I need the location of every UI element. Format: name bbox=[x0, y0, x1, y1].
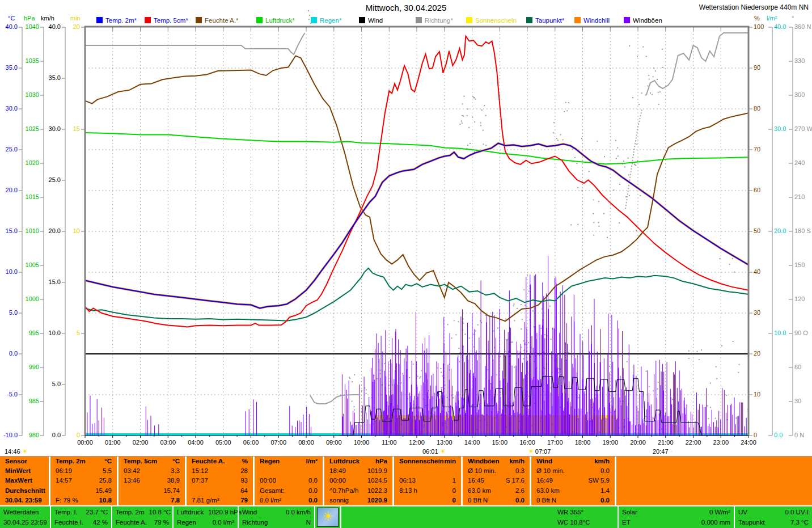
y-tick-label-deg: 240 bbox=[794, 159, 805, 166]
stats-table: SensorMinWertMaxWertDurchschnitt30.04. 2… bbox=[0, 456, 812, 505]
y-tick-label-deg: 120 bbox=[794, 295, 805, 302]
x-tick-label: 10:00 bbox=[354, 439, 370, 446]
x-tick-label: 08:00 bbox=[298, 439, 314, 446]
y-tick-label-pct: 0 bbox=[754, 432, 757, 438]
y-tick-label-pct: 10 bbox=[754, 391, 760, 398]
y-tick-label-lm2: 0.0 bbox=[774, 432, 783, 438]
y-tick-label-kmh: 5.0 bbox=[52, 381, 61, 387]
y-tick-label-pct: 100 bbox=[754, 23, 764, 30]
y-tick-label-deg: 210 bbox=[794, 193, 805, 200]
x-tick-label: 07:00 bbox=[270, 439, 286, 446]
table-column-wind: Windkm/hØ 10 min.0.016:49SW 5.963.0 km1.… bbox=[530, 457, 615, 505]
table-cell: 15:1228 bbox=[187, 466, 253, 476]
y-tick-label-min: 10 bbox=[73, 227, 80, 234]
x-tick-label: 03:00 bbox=[160, 439, 176, 446]
direction-dot bbox=[310, 23, 311, 24]
series-luftdruck bbox=[85, 133, 748, 164]
sunset-icon: ▫ bbox=[670, 447, 673, 455]
footer-cell-wr-355: WR 355°WC 10.8°C bbox=[554, 506, 618, 528]
y-tick-label-pct: 70 bbox=[754, 146, 760, 153]
table-header: Sonnenscheinmin bbox=[394, 457, 461, 466]
x-tick-label: 16:00 bbox=[519, 439, 535, 446]
y-tick-label-kmh: 25.0 bbox=[49, 176, 61, 183]
annotation-dawn: ☀07:07 bbox=[528, 447, 551, 455]
table-header: Feuchte A.% bbox=[187, 457, 253, 466]
x-tick-label: 17:00 bbox=[547, 439, 563, 446]
y-tick-label-kmh: 10.0 bbox=[49, 330, 61, 336]
table-row-label: Sensor bbox=[0, 457, 49, 466]
axis-kmh: 40.035.030.025.020.015.010.05.00.0 bbox=[49, 23, 65, 438]
y-tick-label-lm2: 20.0 bbox=[774, 227, 786, 234]
y-tick-label-c: 20.0 bbox=[6, 187, 18, 193]
x-tick-label: 12:00 bbox=[409, 439, 425, 446]
table-cell: 7.81 g/m³79 bbox=[187, 496, 253, 505]
y-tick-label-deg: 60 bbox=[794, 364, 801, 370]
direction-dot bbox=[308, 10, 309, 11]
y-tick-label-min: 5 bbox=[77, 330, 80, 336]
y-tick-label-c: 40.0 bbox=[6, 23, 18, 30]
y-tick-label-hpa: 1025 bbox=[26, 125, 39, 132]
x-tick-label: 11:00 bbox=[382, 439, 397, 446]
series-richtung bbox=[85, 33, 305, 54]
footer-cell-luftdruck: Luftdruck1020.9 hPaRegen0.0 l/m² bbox=[172, 506, 238, 528]
footer-cell-temp-2m: Temp. 2m10.8 °CFeuchte A.79 % bbox=[111, 506, 172, 528]
table-cell bbox=[394, 466, 461, 476]
x-tick-label: 24:00 bbox=[741, 439, 756, 446]
axis-c: 40.035.030.025.020.015.010.05.00.0-5.0-1… bbox=[3, 23, 22, 438]
y-tick-label-c: -5.0 bbox=[7, 391, 18, 398]
table-header: Windböenkm/h bbox=[463, 457, 530, 466]
weather-station-app: Mittwoch, 30.04.2025 Wetterstation Niede… bbox=[0, 0, 812, 528]
y-tick-label-c: -10.0 bbox=[3, 432, 18, 438]
axis-deg: 360 N330300270 W240210180 S15012090 O603… bbox=[789, 23, 812, 438]
axis-pct: 1009080706050403020100 bbox=[749, 23, 764, 438]
table-cell: 06:195.5 bbox=[50, 466, 117, 476]
table-column-luftdruck: LuftdruckhPa18:491019.900:001024.5^0.7hP… bbox=[323, 457, 392, 505]
x-tick-label: 00:00 bbox=[77, 439, 93, 446]
y-tick-label-kmh: 15.0 bbox=[49, 278, 61, 285]
table-cell: Ø 10 min.0.3 bbox=[463, 466, 530, 476]
table-cell: 0 bbox=[394, 496, 461, 505]
x-tick-label: 14:00 bbox=[464, 439, 480, 446]
table-cell: 06:131 bbox=[394, 476, 461, 485]
y-tick-label-kmh: 40.0 bbox=[49, 23, 61, 30]
axis-lm2: 40.030.020.010.00.0 bbox=[768, 23, 786, 438]
y-tick-label-deg: 330 bbox=[794, 57, 805, 64]
y-tick-label-kmh: 0.0 bbox=[52, 432, 61, 438]
y-tick-label-kmh: 20.0 bbox=[49, 227, 61, 234]
y-tick-label-hpa: 1005 bbox=[26, 261, 39, 268]
table-row-label: 30.04. 23:59 bbox=[0, 496, 49, 505]
y-tick-label-pct: 60 bbox=[754, 187, 760, 193]
table-cell: 00:001024.5 bbox=[324, 476, 392, 485]
x-tick-label: 04:00 bbox=[188, 439, 204, 446]
y-tick-label-hpa: 1035 bbox=[26, 57, 39, 64]
y-tick-label-hpa: 1015 bbox=[26, 193, 39, 200]
y-tick-label-hpa: 1010 bbox=[26, 227, 39, 234]
table-header: LuftdruckhPa bbox=[324, 457, 392, 466]
x-tick-label: 13:00 bbox=[437, 439, 452, 446]
y-tick-label-kmh: 35.0 bbox=[49, 74, 61, 81]
y-tick-label-lm2: 30.0 bbox=[774, 125, 786, 132]
weather-plot: 00:0001:0002:0003:0004:0005:0006:0007:00… bbox=[0, 0, 812, 456]
y-tick-label-hpa: 1030 bbox=[26, 91, 39, 98]
direction-dot bbox=[309, 15, 310, 16]
y-tick-label-min: 0 bbox=[77, 432, 80, 438]
y-tick-label-deg: 90 O bbox=[794, 330, 808, 336]
annotation-sunrise: 06:01☀ bbox=[422, 447, 446, 455]
footer-cell-uv: UV0.0 UV-ITaupunkt7.3 °C bbox=[734, 506, 812, 528]
table-cell: 00:000.0 bbox=[255, 476, 323, 485]
sun-icon: ☀ bbox=[22, 447, 28, 455]
footer-bar: Wetterdaten30.04.25 23:59Temp. I.23.7 °C… bbox=[0, 506, 812, 528]
x-tick-label: 23:00 bbox=[713, 439, 729, 446]
y-tick-label-pct: 30 bbox=[754, 309, 760, 316]
axis-min: 20151050 bbox=[73, 23, 84, 438]
weather-symbol-cell: ☀ bbox=[314, 506, 341, 528]
table-header: Temp. 2m°C bbox=[50, 457, 117, 466]
table-cell: 63.0 km2.6 bbox=[463, 486, 530, 496]
table-cell: 63.0 km1.4 bbox=[531, 486, 615, 496]
table-cell: 14:5725.8 bbox=[50, 476, 117, 485]
table-cell: 16:49SW 5.9 bbox=[531, 476, 615, 485]
footer-cell-solar: Solar0 W/m²ET0.000 mm bbox=[618, 506, 734, 528]
y-tick-label-lm2: 40.0 bbox=[774, 23, 786, 30]
annotation-sunset: 20:47▫ bbox=[653, 447, 673, 455]
table-header: Windkm/h bbox=[531, 457, 615, 466]
